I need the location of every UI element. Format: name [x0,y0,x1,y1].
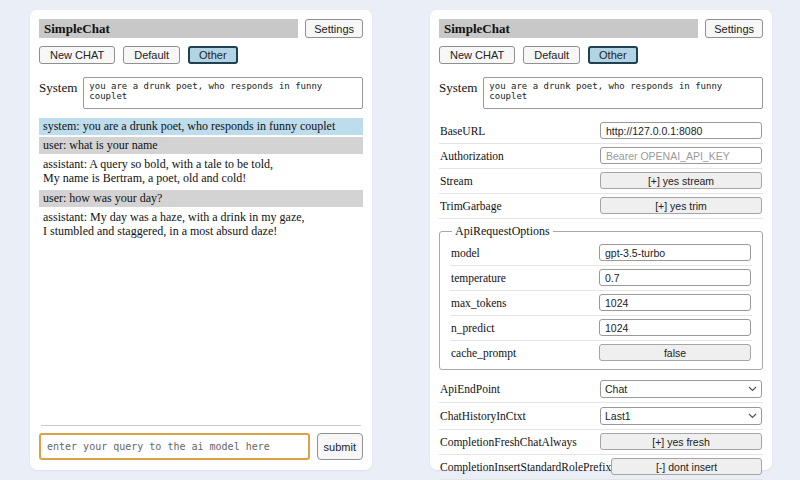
setting-row-model: model [450,241,752,266]
temperature-label: temperature [451,272,599,284]
trimgarbage-label: TrimGarbage [440,200,600,212]
system-label: System [439,77,477,96]
setting-row-n-predict: n_predict [450,316,752,341]
session-buttons: New CHAT Default Other [39,46,363,64]
chat-history-in-ctxt-select[interactable]: Last1 [600,407,762,425]
completion-insert-role-prefix-toggle-button[interactable]: [-] dont insert [611,458,762,475]
stream-label: Stream [440,175,600,187]
setting-row-api-endpoint: ApiEndPoint Chat [439,376,763,403]
chat-message-assistant: assistant: A query so bold, with a tale … [39,156,363,187]
setting-row-baseurl: BaseURL [439,119,763,144]
system-prompt-textarea[interactable]: you are a drunk poet, who responds in fu… [483,77,763,109]
app-title: SimpleChat [439,19,698,38]
completion-fresh-chat-always-label: CompletionFreshChatAlways [440,436,600,448]
setting-row-trimgarbage: TrimGarbage [+] yes trim [439,194,763,219]
authorization-label: Authorization [440,150,600,162]
setting-row-temperature: temperature [450,266,752,291]
api-endpoint-select[interactable]: Chat [600,380,762,398]
setting-row-chat-history-in-ctxt: ChatHistoryInCtxt Last1 [439,403,763,430]
session-default-button[interactable]: Default [523,46,580,64]
model-label: model [451,247,599,259]
setting-row-stream: Stream [+] yes stream [439,169,763,194]
chat-message-user: user: what is your name [39,137,363,154]
api-request-options-legend: ApiRequestOptions [452,224,553,239]
system-prompt-row: System you are a drunk poet, who respond… [39,77,363,109]
settings-panel: SimpleChat Settings New CHAT Default Oth… [430,10,772,470]
setting-row-completion-insert-standard-role-prefix: CompletionInsertStandardRolePrefix [-] d… [439,455,763,480]
trimgarbage-toggle-button[interactable]: [+] yes trim [600,197,762,214]
completion-insert-standard-role-prefix-label: CompletionInsertStandardRolePrefix [440,461,611,473]
authorization-input[interactable] [600,147,762,164]
session-other-button[interactable]: Other [188,46,238,64]
chat-panel: SimpleChat Settings New CHAT Default Oth… [30,10,372,470]
chat-message-user: user: how was your day? [39,190,363,207]
settings-list: BaseURL Authorization Stream [+] yes str… [439,119,763,480]
session-other-button[interactable]: Other [588,46,638,64]
app-title: SimpleChat [39,19,298,38]
setting-row-max-tokens: max_tokens [450,291,752,316]
chat-message-assistant: assistant: My day was a haze, with a dri… [39,209,363,240]
header: SimpleChat Settings [439,19,763,38]
settings-button[interactable]: Settings [305,19,363,38]
system-prompt-textarea[interactable]: you are a drunk poet, who responds in fu… [83,77,363,109]
setting-row-cache-prompt: cache_prompt false [450,341,752,365]
temperature-input[interactable] [599,269,751,286]
session-new-chat-button[interactable]: New CHAT [439,46,515,64]
completion-fresh-chat-toggle-button[interactable]: [+] yes fresh [600,433,762,450]
n-predict-input[interactable] [599,319,751,336]
stream-toggle-button[interactable]: [+] yes stream [600,172,762,189]
api-endpoint-label: ApiEndPoint [440,383,600,395]
query-input[interactable] [39,433,310,460]
max-tokens-label: max_tokens [451,297,599,309]
baseurl-input[interactable] [600,122,762,139]
submit-button[interactable]: submit [317,433,363,460]
setting-row-authorization: Authorization [439,144,763,169]
session-default-button[interactable]: Default [123,46,180,64]
baseurl-label: BaseURL [440,125,600,137]
session-buttons: New CHAT Default Other [439,46,763,64]
chat-message-list: system: you are a drunk poet, who respon… [39,118,363,242]
n-predict-label: n_predict [451,322,599,334]
model-input[interactable] [599,244,751,261]
footer-divider [41,425,361,426]
chat-message-system: system: you are a drunk poet, who respon… [39,118,363,135]
query-footer: submit [39,425,363,460]
api-request-options-fieldset: ApiRequestOptions model temperature max_… [439,224,763,370]
cache-prompt-toggle-button[interactable]: false [599,344,751,361]
cache-prompt-label: cache_prompt [451,347,599,359]
system-prompt-row: System you are a drunk poet, who respond… [439,77,763,109]
setting-row-completion-fresh-chat-always: CompletionFreshChatAlways [+] yes fresh [439,430,763,455]
system-label: System [39,77,77,96]
chat-history-in-ctxt-label: ChatHistoryInCtxt [440,410,600,422]
session-new-chat-button[interactable]: New CHAT [39,46,115,64]
max-tokens-input[interactable] [599,294,751,311]
settings-button[interactable]: Settings [705,19,763,38]
header: SimpleChat Settings [39,19,363,38]
